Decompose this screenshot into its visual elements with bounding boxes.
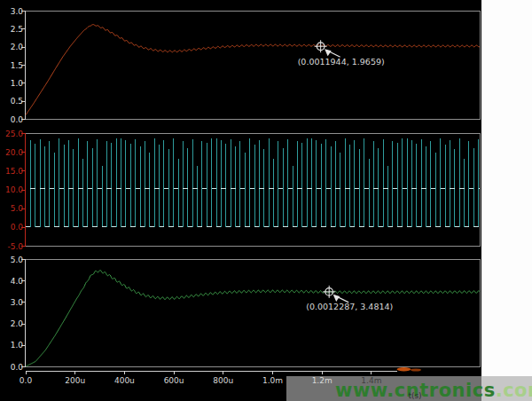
trace-vout-top [26,25,480,115]
waveform-traces [26,25,480,366]
plot-frame [26,260,481,367]
waveform-canvas [0,0,532,401]
axis-smudge-icon [397,367,411,371]
plot-frame [26,12,481,120]
plot-frames [21,12,481,367]
cursor-readout-bottom: (0.0012287, 3.4814) [306,302,393,311]
trace-vout-bottom [26,271,480,366]
x-axis-title: t(s) [399,391,431,400]
watermark: www.cntronics.com [335,380,532,401]
trace-switch-spikes [30,138,478,227]
axis-smudge-icon [411,368,421,371]
waveform-viewer-window: 3.02.52.01.51.00.50.025.020.015.010.05.0… [0,0,532,401]
time-axis [26,367,421,374]
watermark-suffix-text: .com [496,380,532,401]
cursor-markers[interactable] [315,40,349,303]
cursor-readout-top: (0.0011944, 1.9659) [298,57,385,67]
